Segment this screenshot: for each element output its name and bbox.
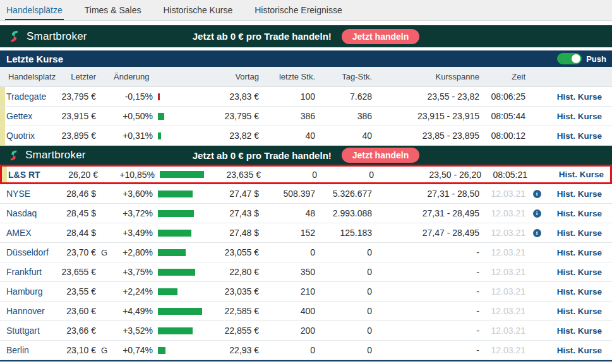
- table-row-frankfurt[interactable]: Frankfurt23,655 €+3,75%22,80 €3500-12.03…: [0, 262, 612, 282]
- venue-link[interactable]: Hannover: [5, 302, 60, 320]
- quote-time: 08:05:44: [481, 107, 527, 126]
- venue-link[interactable]: Hamburg: [5, 282, 60, 301]
- hist-kurse-link[interactable]: Hist. Kurse: [546, 302, 612, 320]
- table-row-hannover[interactable]: Hannover23,60 €+4,49%22,585 €4000-12.03.…: [0, 302, 612, 321]
- venue-link[interactable]: Quotrix: [5, 126, 60, 145]
- header-zeit: Zeit: [481, 67, 527, 86]
- quote-time: 08:05:21: [483, 167, 529, 182]
- change-bar: [158, 230, 191, 237]
- price-suffix: [98, 87, 111, 106]
- hist-kurse-link[interactable]: Hist. Kurse: [546, 126, 612, 145]
- smartbroker-ad-banner-inline[interactable]: Smartbroker Jetzt ab 0 € pro Trade hande…: [0, 146, 612, 165]
- day-volume: 7.628: [317, 87, 374, 106]
- venue-link[interactable]: Gettex: [5, 107, 60, 126]
- last-price: 28,46 $: [60, 184, 98, 203]
- change-bar: [158, 347, 165, 354]
- hist-kurse-link[interactable]: Hist. Kurse: [546, 243, 612, 262]
- last-price: 23,10 €: [60, 341, 98, 360]
- info-icon[interactable]: i: [533, 190, 541, 198]
- last-volume: 48: [261, 204, 317, 223]
- table-row-l-s-rt[interactable]: L&S RT26,20 €+10,85%23,635 €0023,50 - 26…: [0, 165, 612, 184]
- price-range: -: [374, 243, 481, 262]
- venue-link[interactable]: Berlin: [5, 341, 60, 360]
- venue-link[interactable]: AMEX: [5, 223, 60, 242]
- table-row-stuttgart[interactable]: Stuttgart23,66 €+3,52%22,855 €2000-12.03…: [0, 321, 612, 341]
- change-bar-cell: [155, 126, 218, 145]
- venue-link[interactable]: Nasdaq: [5, 204, 60, 223]
- change-percent: +2,80%: [111, 243, 155, 262]
- info-icon[interactable]: i: [533, 209, 541, 218]
- change-bar-cell: [155, 243, 218, 262]
- hist-kurse-link[interactable]: Hist. Kurse: [548, 167, 612, 182]
- price-range: 23,55 - 23,82: [374, 87, 481, 106]
- smartbroker-ad-banner-top[interactable]: Smartbroker Jetzt ab 0 € pro Trade hande…: [0, 25, 612, 47]
- hist-kurse-link[interactable]: Hist. Kurse: [546, 107, 612, 126]
- quote-time: 12.03.21: [481, 184, 527, 203]
- last-volume: 350: [261, 262, 317, 281]
- table-row-quotrix[interactable]: Quotrix23,895 €+0,31%23,82 €404023,85 - …: [0, 126, 612, 146]
- table-row-tradegate[interactable]: Tradegate23,795 €-0,15%23,83 €1007.62823…: [0, 87, 612, 107]
- change-percent: +0,74%: [111, 341, 155, 360]
- change-bar-cell: [155, 223, 218, 242]
- jetzt-handeln-button[interactable]: Jetzt handeln: [342, 148, 419, 163]
- prev-close: 23,83 €: [218, 87, 261, 106]
- change-percent: +10,85%: [112, 167, 157, 182]
- price-suffix: [98, 107, 111, 126]
- table-row-berlin[interactable]: Berlin23,10 €G+0,74%22,93 €00-12.03.21Hi…: [0, 341, 612, 360]
- hist-kurse-link[interactable]: Hist. Kurse: [546, 223, 612, 242]
- table-row-nasdaq[interactable]: Nasdaq28,45 $+3,72%27,43 $482.993.08827,…: [0, 204, 612, 223]
- hist-kurse-link[interactable]: Hist. Kurse: [546, 262, 612, 281]
- hist-kurse-link[interactable]: Hist. Kurse: [546, 321, 612, 340]
- hist-kurse-link[interactable]: Hist. Kurse: [546, 341, 612, 360]
- change-bar-cell: [155, 341, 218, 360]
- venue-link[interactable]: Tradegate: [5, 87, 60, 106]
- change-bar: [160, 171, 204, 178]
- jetzt-handeln-button[interactable]: Jetzt handeln: [342, 29, 419, 44]
- hist-kurse-link[interactable]: Hist. Kurse: [546, 87, 612, 106]
- info-cell: [527, 302, 546, 320]
- price-range: -: [374, 321, 481, 340]
- handelsplaetze-page: HandelsplätzeTimes & SalesHistorische Ku…: [0, 0, 612, 361]
- day-volume: 125.183: [317, 223, 374, 242]
- realtime-marker: [0, 262, 5, 281]
- hist-kurse-link[interactable]: Hist. Kurse: [546, 204, 612, 223]
- table-row-gettex[interactable]: Gettex23,915 €+0,50%23,795 €38638623,915…: [0, 107, 612, 126]
- tab-historische-ereignisse[interactable]: Historische Ereignisse: [255, 0, 342, 21]
- table-row-amex[interactable]: AMEX28,44 $+3,49%27,48 $152125.18327,47 …: [0, 223, 612, 243]
- price-suffix: [98, 184, 111, 203]
- change-percent: +2,24%: [111, 282, 155, 301]
- prev-close: 23,82 €: [218, 126, 261, 145]
- hist-kurse-link[interactable]: Hist. Kurse: [546, 184, 612, 203]
- last-price: 23,66 €: [60, 321, 98, 340]
- header-handelsplatz: Handelsplatz: [5, 67, 60, 86]
- change-bar: [158, 269, 195, 276]
- tab-handelspl-tze[interactable]: Handelsplätze: [6, 0, 63, 21]
- day-volume: 40: [317, 126, 374, 145]
- day-volume: 0: [317, 302, 374, 320]
- table-row-hamburg[interactable]: Hamburg23,55 €+2,24%23,035 €2100-12.03.2…: [0, 282, 612, 302]
- venue-link[interactable]: L&S RT: [7, 167, 62, 182]
- price-range: 23,85 - 23,895: [374, 126, 481, 145]
- price-range: 27,31 - 28,50: [374, 184, 481, 203]
- price-range: 23,50 - 26,20: [376, 167, 483, 182]
- price-suffix: G: [98, 341, 111, 360]
- info-icon[interactable]: i: [533, 229, 541, 237]
- table-row-d-sseldorf[interactable]: Düsseldorf23,70 €G+2,80%23,055 €00-12.03…: [0, 243, 612, 262]
- venue-link[interactable]: NYSE: [5, 184, 60, 203]
- header-tag-stk-: Tag-Stk.: [317, 67, 374, 86]
- tab-times-sales[interactable]: Times & Sales: [85, 0, 141, 21]
- price-range: 23,915 - 23,915: [374, 107, 481, 126]
- change-percent: +3,49%: [111, 223, 155, 242]
- push-toggle[interactable]: [557, 53, 582, 64]
- venue-link[interactable]: Frankfurt: [5, 262, 60, 281]
- venue-link[interactable]: Düsseldorf: [5, 243, 60, 262]
- change-percent: +3,75%: [111, 262, 155, 281]
- quote-time: 12.03.21: [481, 243, 527, 262]
- venue-link[interactable]: Stuttgart: [5, 321, 60, 340]
- hist-kurse-link[interactable]: Hist. Kurse: [546, 282, 612, 301]
- quote-time: 12.03.21: [481, 321, 527, 340]
- tab-historische-kurse[interactable]: Historische Kurse: [163, 0, 232, 21]
- header-vortag: Vortag: [218, 67, 261, 86]
- table-row-nyse[interactable]: NYSE28,46 $+3,60%27,47 $508.3975.326.677…: [0, 184, 612, 204]
- last-volume: 0: [263, 167, 319, 182]
